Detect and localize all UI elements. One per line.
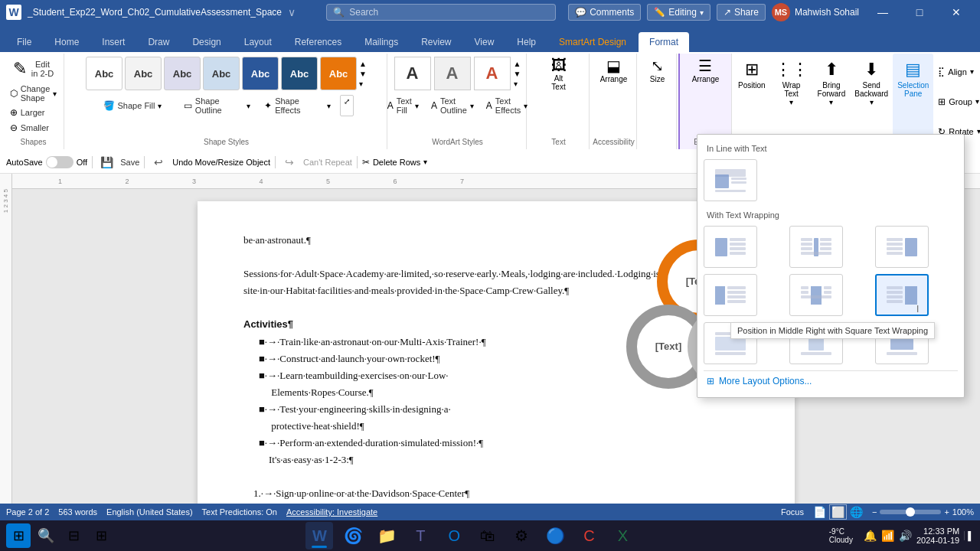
notification-icon[interactable]: 🔔 [864, 530, 877, 542]
text-effects-button[interactable]: A Text Effects ▾ [482, 95, 532, 116]
editing-button[interactable]: ✏️ Editing ▾ [647, 4, 710, 21]
alt-text-button[interactable]: 🖼 AltText [551, 57, 567, 91]
save-label: Save [120, 158, 139, 167]
wordart-style-3[interactable]: A [474, 57, 511, 90]
taskbar-settings[interactable]: ⚙ [508, 522, 535, 549]
arrange-button[interactable]: ⬓ Arrange [600, 57, 628, 83]
edit-2d-icon: ✎ [13, 59, 27, 79]
show-desktop[interactable]: ▌ [964, 531, 974, 540]
tab-file[interactable]: File [6, 32, 42, 52]
wrap-square-left[interactable] [704, 226, 757, 268]
svg-rect-13 [801, 243, 812, 246]
effects-arrange-btn[interactable]: ☰ Arrange [692, 57, 720, 83]
tab-view[interactable]: View [464, 32, 505, 52]
zoom-slider[interactable] [880, 510, 941, 514]
clock-time: 12:33 PM [923, 527, 959, 536]
taskbar-teams[interactable]: T [407, 522, 434, 549]
shape-outline-button[interactable]: ▭ Shape Outline ▾ [179, 95, 255, 116]
redo-button[interactable]: ↪ [280, 153, 299, 171]
maximize-button[interactable]: □ [902, 0, 937, 24]
tab-help[interactable]: Help [506, 32, 547, 52]
shape-styles-scroll[interactable]: ▲ ▼ ▾ [359, 60, 367, 88]
delete-rows-button[interactable]: ✂ Delete Rows ▾ [362, 157, 427, 168]
web-layout-icon[interactable]: 🌐 [850, 506, 863, 518]
group-button[interactable]: ⊞ Group ▾ [938, 96, 980, 107]
smaller-button[interactable]: ⊖ Smaller [5, 121, 62, 135]
tab-review[interactable]: Review [410, 32, 462, 52]
autosave-toggle[interactable] [46, 156, 74, 168]
document-title: _Student_Exp22_Word_Ch02_CumulativeAsses… [28, 7, 282, 18]
change-shape-button[interactable]: ⬡ Change Shape ▾ [5, 83, 62, 104]
wrap-tight-center[interactable] [789, 274, 843, 316]
taskbar-communicate[interactable]: C [575, 522, 603, 549]
tab-design[interactable]: Design [181, 32, 231, 52]
read-mode-icon[interactable]: 📄 [813, 506, 826, 518]
edit-in-2d-button[interactable]: ✎ Editin 2-D [5, 57, 62, 81]
tab-home[interactable]: Home [44, 32, 90, 52]
size-button[interactable]: ⤡ Size [650, 57, 665, 83]
wrap-square-right[interactable] [875, 226, 929, 268]
group-icon: ⊞ [938, 96, 946, 107]
taskbar-explorer[interactable]: 📁 [373, 522, 400, 549]
shape-style-3[interactable]: Abc [164, 57, 201, 90]
taskbar-outlook[interactable]: O [440, 522, 468, 549]
comments-button[interactable]: 💬 Comments [568, 4, 641, 21]
text-outline-button[interactable]: A Text Outline ▾ [426, 95, 479, 116]
wrap-tight-right[interactable]: I Position in Middle Right with Square T… [875, 274, 929, 316]
focus-mode[interactable]: Focus [781, 507, 804, 517]
minimize-button[interactable]: — [865, 0, 900, 24]
volume-icon[interactable]: 🔊 [899, 530, 912, 542]
svg-rect-35 [887, 300, 903, 303]
taskbar-multitask[interactable]: ⊞ [89, 523, 113, 548]
shape-style-4[interactable]: Abc [203, 57, 240, 90]
wrap-inline[interactable] [704, 159, 757, 201]
close-button[interactable]: ✕ [939, 0, 974, 24]
share-button[interactable]: ↗ Share [717, 4, 766, 21]
shape-style-7[interactable]: Abc [320, 57, 357, 90]
print-layout-icon[interactable]: ⬜ [829, 504, 847, 520]
shape-fill-icon: 🪣 [103, 100, 115, 111]
shape-style-2[interactable]: Abc [125, 57, 162, 90]
tab-layout[interactable]: Layout [234, 32, 283, 52]
svg-rect-21 [887, 247, 903, 250]
tab-insert[interactable]: Insert [91, 32, 136, 52]
taskbar-search[interactable]: 🔍 [34, 523, 58, 548]
text-fill-button[interactable]: A Text Fill ▾ [383, 95, 423, 116]
align-button[interactable]: ⣏ Align ▾ [938, 67, 980, 77]
more-layout-options[interactable]: ⊞ More Layout Options... [704, 370, 958, 391]
wordart-style-1[interactable]: A [394, 57, 431, 90]
wrap-tight-left[interactable] [704, 274, 757, 316]
tab-smartart-design[interactable]: SmartArt Design [548, 32, 637, 52]
start-button[interactable]: ⊞ [6, 523, 31, 548]
accessibility-status[interactable]: Accessibility: Investigate [286, 507, 377, 517]
larger-button[interactable]: ⊕ Larger [5, 106, 62, 119]
zoom-out-icon[interactable]: − [872, 507, 877, 517]
network-icon[interactable]: 📶 [881, 530, 894, 542]
taskbar-word[interactable]: W [305, 522, 333, 549]
shape-style-5[interactable]: Abc [242, 57, 279, 90]
search-bar[interactable]: 🔍 Search [326, 4, 556, 21]
title-chevron-icon[interactable]: ∨ [288, 6, 296, 18]
taskbar-chrome[interactable]: 🔵 [541, 522, 569, 549]
wrap-square-center[interactable] [789, 226, 843, 268]
tab-references[interactable]: References [284, 32, 352, 52]
wordart-style-2[interactable]: A [434, 57, 471, 90]
shape-style-1[interactable]: Abc [86, 57, 122, 90]
zoom-in-icon[interactable]: + [944, 507, 949, 517]
shape-fill-button[interactable]: 🪣 Shape Fill ▾ [99, 95, 175, 116]
taskbar-excel[interactable]: X [609, 522, 636, 549]
undo-button[interactable]: ↩ [149, 153, 168, 171]
shape-style-6[interactable]: Abc [281, 57, 318, 90]
user-name: Mahwish Sohail [795, 7, 859, 18]
save-button[interactable]: 💾 [97, 153, 116, 171]
taskbar-store[interactable]: 🛍 [474, 522, 501, 549]
wrap-text-dropdown-icon: ▾ [789, 98, 793, 106]
wordart-scroll[interactable]: ▲ ▼ ▾ [514, 60, 521, 88]
taskbar-edge[interactable]: 🌀 [339, 522, 367, 549]
tab-mailings[interactable]: Mailings [354, 32, 409, 52]
tab-draw[interactable]: Draw [137, 32, 180, 52]
tab-format[interactable]: Format [639, 32, 689, 52]
shape-styles-expand[interactable]: ⤢ [340, 95, 354, 116]
taskbar-widgets[interactable]: ⊟ [61, 523, 86, 548]
shape-effects-button[interactable]: ✦ Shape Effects ▾ [260, 95, 335, 116]
